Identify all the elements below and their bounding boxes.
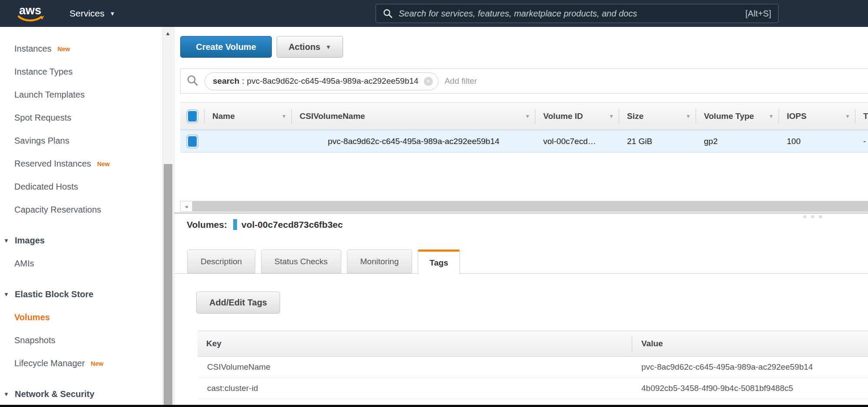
sidebar-item-savings-plans[interactable]: Savings Plans — [0, 129, 174, 152]
tab-description[interactable]: Description — [187, 249, 255, 273]
sidebar-item-label: Reserved Instances — [14, 159, 91, 169]
new-badge: New — [58, 46, 70, 53]
horizontal-scrollbar[interactable]: ◄ — [180, 201, 868, 212]
sidebar-item-label: AMIs — [14, 259, 34, 269]
sidebar-section-network-security[interactable]: ▼ Network & Security — [0, 383, 174, 406]
tags-table: Key Value CSIVolumeName pvc-8ac9d62c-c64… — [198, 331, 868, 399]
sidebar-item-spot-requests[interactable]: Spot Requests — [0, 106, 174, 129]
sidebar-item-dedicated-hosts[interactable]: Dedicated Hosts — [0, 175, 174, 198]
sidebar-section-label: Elastic Block Store — [15, 289, 93, 299]
horizontal-scrollbar-thumb[interactable] — [192, 201, 868, 211]
pane-divider — [174, 213, 868, 213]
sidebar-item-label: Instances — [14, 44, 52, 54]
collapse-icon: ▼ — [3, 291, 15, 298]
search-placeholder: Search for services, features, marketpla… — [399, 9, 740, 19]
chevron-down-icon: ▼ — [326, 44, 331, 50]
cell-volume-type: gp2 — [696, 130, 779, 152]
create-volume-label: Create Volume — [196, 42, 256, 52]
chevron-down-icon: ▼ — [110, 10, 116, 17]
selected-volume-id: vol-00c7ecd873c6fb3ec — [241, 220, 343, 230]
volume-row-selected[interactable]: pvc-8ac9d62c-c645-495a-989a-ac292ee59b14… — [180, 130, 868, 153]
sidebar-item-capacity-reservations[interactable]: Capacity Reservations — [0, 198, 174, 221]
sort-caret-icon: ▼ — [609, 113, 614, 119]
collapse-icon: ▼ — [3, 237, 15, 244]
add-filter-button[interactable]: Add filter — [445, 76, 477, 86]
search-shortcut: [Alt+S] — [746, 9, 771, 19]
sidebar-item-label: Dedicated Hosts — [14, 182, 78, 192]
column-header-volume-id[interactable]: Volume ID ▼ — [535, 103, 619, 130]
main-panel: Create Volume Actions ▼ search : pvc-8ac… — [174, 27, 868, 407]
sidebar-scrollbar[interactable]: ▲ — [162, 27, 173, 407]
sidebar-item-launch-templates[interactable]: Launch Templates — [0, 83, 174, 106]
services-label: Services — [69, 8, 105, 19]
column-header-name[interactable]: Name ▼ — [205, 103, 292, 130]
actions-button[interactable]: Actions ▼ — [277, 36, 343, 58]
sidebar-item-instances[interactable]: Instances New — [0, 37, 174, 60]
tab-monitoring[interactable]: Monitoring — [347, 249, 413, 273]
column-header-size[interactable]: Size ▼ — [619, 103, 696, 130]
sidebar-item-volumes[interactable]: Volumes — [0, 306, 174, 329]
column-header-truncated[interactable]: T — [855, 103, 868, 130]
sidebar-item-snapshots[interactable]: Snapshots — [0, 329, 174, 352]
scroll-up-icon[interactable]: ▲ — [163, 30, 173, 36]
aws-console-window: aws Services ▼ Search for services, feat… — [0, 0, 868, 407]
sidebar-scrollbar-thumb[interactable] — [164, 164, 172, 407]
row-checkbox-cell — [180, 130, 205, 152]
cell-volume-id: vol-00c7ecd… — [535, 130, 619, 152]
sidebar-item-amis[interactable]: AMIs — [0, 252, 174, 275]
cell-name — [205, 130, 292, 152]
column-header-volume-type[interactable]: Volume Type ▼ — [696, 103, 779, 130]
add-edit-tags-button[interactable]: Add/Edit Tags — [196, 292, 280, 314]
sidebar-item-label: Snapshots — [14, 335, 56, 345]
aws-logo[interactable]: aws — [16, 3, 46, 23]
filter-search-icon — [187, 75, 198, 88]
aws-logo-icon: aws — [16, 3, 46, 23]
filter-tag-separator: : — [242, 76, 244, 86]
sort-caret-icon: ▼ — [281, 113, 287, 119]
selection-indicator-bar — [233, 219, 237, 230]
sort-caret-icon: ▼ — [686, 113, 691, 119]
filter-bar[interactable]: search : pvc-8ac9d62c-c645-495a-989a-ac2… — [180, 69, 868, 94]
tag-value: pvc-8ac9d62c-c645-495a-989a-ac292ee59b14 — [632, 357, 868, 377]
tag-value: 4b092cb5-3458-4f90-9b4c-5081bf9488c5 — [632, 378, 868, 399]
filter-tag-key: search — [213, 76, 239, 86]
row-checkbox[interactable] — [187, 135, 198, 148]
sidebar-item-label: Savings Plans — [14, 136, 69, 146]
search-icon — [383, 9, 393, 18]
cell-size: 21 GiB — [619, 130, 696, 152]
cell-truncated: - — [855, 130, 868, 152]
sidebar-item-instance-types[interactable]: Instance Types — [0, 60, 174, 83]
volumes-heading-label: Volumes: — [187, 220, 227, 230]
sidebar-section-label: Network & Security — [15, 389, 94, 399]
sidebar-nav-list: Instances New Instance Types Launch Temp… — [0, 27, 174, 406]
create-volume-button[interactable]: Create Volume — [180, 36, 272, 58]
sidebar-section-label: Images — [15, 236, 45, 246]
column-header-csivolumename[interactable]: CSIVolumeName ▼ — [292, 103, 535, 130]
tags-column-header-key: Key — [198, 331, 632, 356]
tag-key: CSIVolumeName — [198, 357, 632, 377]
sidebar-item-reserved-instances[interactable]: Reserved Instances New — [0, 152, 174, 175]
remove-filter-icon[interactable]: × — [424, 77, 433, 86]
tab-tags[interactable]: Tags — [418, 249, 460, 274]
global-search-input[interactable]: Search for services, features, marketpla… — [376, 4, 779, 23]
scroll-left-icon[interactable]: ◄ — [181, 201, 192, 211]
new-badge: New — [97, 161, 110, 167]
collapse-icon: ▼ — [3, 391, 15, 397]
services-menu[interactable]: Services ▼ — [69, 0, 115, 27]
select-all-checkbox[interactable] — [187, 110, 198, 123]
sidebar-item-lifecycle-manager[interactable]: Lifecycle Manager New — [0, 352, 174, 375]
filter-tag[interactable]: search : pvc-8ac9d62c-c645-495a-989a-ac2… — [205, 72, 439, 90]
tab-status-checks[interactable]: Status Checks — [261, 249, 341, 273]
sidebar-item-label: Launch Templates — [14, 90, 85, 100]
sidebar-item-label: Capacity Reservations — [14, 205, 101, 215]
svg-text:aws: aws — [19, 4, 41, 17]
column-header-iops[interactable]: IOPS ▼ — [779, 103, 855, 130]
pane-resize-grip[interactable] — [803, 215, 822, 218]
detail-heading: Volumes: vol-00c7ecd873c6fb3ec — [187, 219, 343, 230]
sidebar-item-label: Volumes — [14, 312, 50, 322]
tags-table-row: cast:cluster-id 4b092cb5-3458-4f90-9b4c-… — [198, 378, 868, 399]
sidebar-section-elastic-block-store[interactable]: ▼ Elastic Block Store — [0, 283, 174, 306]
volumes-table-header: Name ▼ CSIVolumeName ▼ Volume ID ▼ Size … — [180, 102, 868, 130]
tags-column-header-value: Value — [632, 331, 868, 356]
sidebar-section-images[interactable]: ▼ Images — [0, 229, 174, 252]
